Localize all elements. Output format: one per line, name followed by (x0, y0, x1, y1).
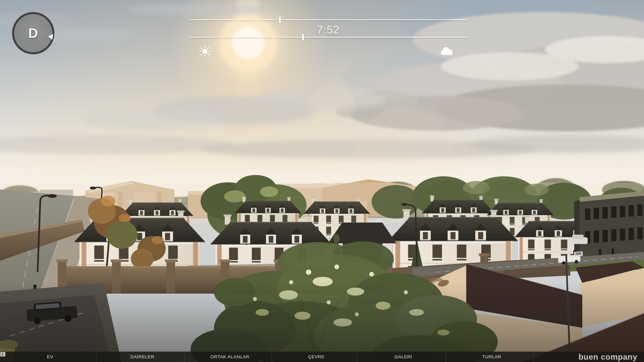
nav-label-tours: TURLAR (482, 354, 501, 359)
weather-slider-handle[interactable] (302, 34, 304, 41)
nav-label-apartments: DAİRELER (130, 354, 155, 359)
nav-label-gallery: GALERİ (394, 354, 412, 359)
nav-item-apartments[interactable]: DAİRELER (97, 352, 184, 362)
nav-label-surroundings: ÇEVRE (308, 354, 324, 359)
bottom-navbar: EV DAİRELER ORTAK ALANLAR ÇEVRE GALERİ (0, 352, 644, 362)
app-window: D 7:52 EV (0, 0, 644, 362)
nav-label-common-areas: ORTAK ALANLAR (210, 354, 249, 359)
time-slider-track[interactable] (190, 19, 467, 20)
weather-slider-track[interactable] (190, 37, 467, 38)
bottom-vignette (0, 282, 644, 362)
compass-direction-label: D (29, 26, 38, 40)
nav-item-tours[interactable]: TURLAR (446, 352, 534, 362)
compass[interactable]: D (12, 12, 54, 54)
nav-item-surroundings[interactable]: ÇEVRE (272, 352, 357, 362)
time-slider-handle[interactable] (279, 16, 281, 23)
nav-item-gallery[interactable]: GALERİ (357, 352, 446, 362)
brand-logo-text: buen company (579, 352, 637, 362)
brand-logo: buen company (534, 352, 644, 362)
nav-item-common-areas[interactable]: ORTAK ALANLAR (184, 352, 272, 362)
nav-label-home: EV (47, 354, 53, 359)
time-display: 7:52 (190, 23, 467, 36)
nav-item-home[interactable]: EV (0, 352, 97, 362)
viewport-3d-scene[interactable] (0, 0, 644, 362)
